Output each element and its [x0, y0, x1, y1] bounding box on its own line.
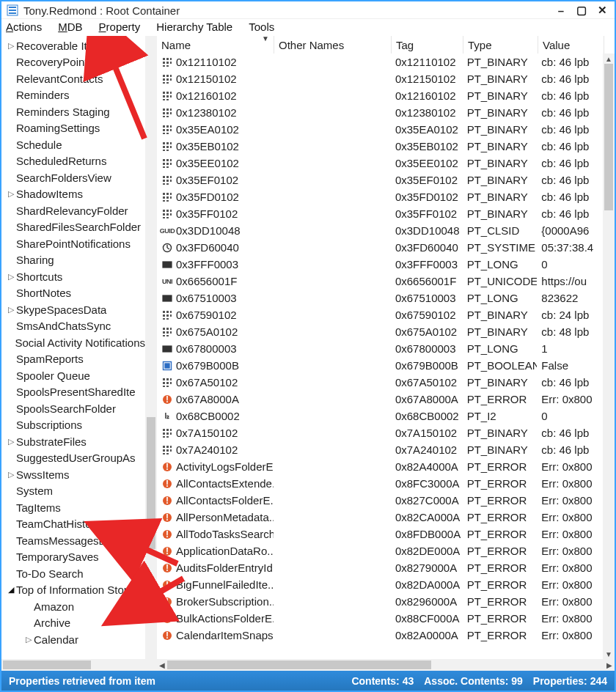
tree-horizontal-scrollbar[interactable]: [1, 659, 157, 671]
table-row[interactable]: 0x7A2401020x7A240102PT_BINARYcb: 46 lpb: [157, 441, 603, 458]
menu-property[interactable]: Property: [99, 21, 141, 33]
tree-item[interactable]: TagItems: [1, 499, 145, 516]
table-row[interactable]: !AllContactsExtende...0x8FC3000APT_ERROR…: [157, 475, 603, 492]
tree-item[interactable]: Archive: [1, 615, 145, 632]
list-horizontal-scrollbar[interactable]: ◀ ▶: [157, 659, 615, 671]
column-header-type[interactable]: Type: [463, 36, 538, 54]
table-row[interactable]: 0x67A501020x67A50102PT_BINARYcb: 46 lpb: [157, 374, 603, 391]
table-row[interactable]: 0x35EE01020x35EE0102PT_BINARYcb: 46 lpb: [157, 155, 603, 172]
tree-item[interactable]: ▷SwssItems: [1, 466, 145, 483]
table-row[interactable]: !AllContactsFolderE...0x827C000APT_ERROR…: [157, 492, 603, 509]
expand-icon[interactable]: ▷: [6, 437, 16, 446]
tree-item[interactable]: Amazon: [1, 598, 145, 615]
scroll-right-arrow-icon[interactable]: ▶: [604, 660, 615, 670]
tree-item[interactable]: TemporarySaves: [1, 549, 145, 566]
table-row[interactable]: 0x35EF01020x35EF0102PT_BINARYcb: 46 lpb: [157, 172, 603, 188]
table-row[interactable]: 0x121101020x12110102PT_BINARYcb: 46 lpb: [157, 54, 603, 70]
tree-vertical-scrollbar[interactable]: [145, 36, 157, 659]
table-row[interactable]: !ApplicationDataRo...0x82DE000APT_ERRORE…: [157, 542, 603, 559]
expand-icon[interactable]: ▷: [6, 272, 16, 281]
table-row[interactable]: !AllTodoTasksSearch...0x8FDB000APT_ERROR…: [157, 526, 603, 542]
expand-icon[interactable]: ▷: [6, 470, 16, 479]
table-row[interactable]: !0x67A8000A0x67A8000APT_ERRORErr: 0x800: [157, 391, 603, 408]
table-row[interactable]: 0x121601020x12160102PT_BINARYcb: 46 lpb: [157, 87, 603, 104]
column-header-other-names[interactable]: Other Names: [274, 36, 392, 54]
table-row[interactable]: 0x7A1501020x7A150102PT_BINARYcb: 46 lpb: [157, 424, 603, 441]
tree-item[interactable]: RoamingSettings: [1, 120, 145, 137]
tree-item[interactable]: ▷Recoverable Items: [1, 37, 145, 54]
scrollbar-thumb[interactable]: [167, 660, 431, 669]
tree-item[interactable]: ◢Top of Information Stor: [1, 582, 145, 599]
tree-item[interactable]: SearchFoldersView: [1, 169, 145, 186]
close-button[interactable]: ✕: [595, 4, 609, 17]
tree-item[interactable]: ▷SkypeSpacesData: [1, 301, 145, 318]
table-row[interactable]: 0x121501020x12150102PT_BINARYcb: 46 lpb: [157, 70, 603, 87]
scroll-left-arrow-icon[interactable]: ◀: [157, 660, 167, 670]
tree-item[interactable]: SpoolsSearchFolder: [1, 400, 145, 417]
tree-item[interactable]: ▷Shortcuts: [1, 268, 145, 285]
table-row[interactable]: 0x35EB01020x35EB0102PT_BINARYcb: 46 lpb: [157, 138, 603, 155]
tree-item[interactable]: SuggestedUserGroupAs: [1, 450, 145, 467]
menu-hierarchy-table[interactable]: Hierarchy Table: [156, 21, 232, 33]
tree-item[interactable]: System: [1, 483, 145, 500]
tree-item[interactable]: Reminders: [1, 87, 145, 104]
tree-item[interactable]: ShardRelevancyFolder: [1, 202, 145, 219]
tree-item[interactable]: ▷Calendar: [1, 631, 145, 648]
table-row[interactable]: 0x123801020x12380102PT_BINARYcb: 46 lpb: [157, 104, 603, 121]
tree-item[interactable]: TeamChatHistory: [1, 516, 145, 533]
expand-icon[interactable]: ▷: [6, 305, 16, 314]
table-row[interactable]: 0x675901020x67590102PT_BINARYcb: 24 lpb: [157, 306, 603, 323]
tree-item[interactable]: RelevantContacts: [1, 70, 145, 87]
list-vertical-scrollbar[interactable]: ▲ ▼: [603, 54, 615, 659]
table-row[interactable]: !BrokerSubscription...0x8296000APT_ERROR…: [157, 593, 603, 610]
table-row[interactable]: !AllPersonMetadata...0x82CA000APT_ERRORE…: [157, 509, 603, 526]
tree-item[interactable]: Schedule: [1, 136, 145, 153]
scroll-up-arrow-icon[interactable]: ▲: [604, 54, 614, 64]
property-list[interactable]: 0x121101020x12110102PT_BINARYcb: 46 lpb0…: [157, 54, 603, 659]
table-row[interactable]: !ActivityLogsFolderE...0x82A4000APT_ERRO…: [157, 458, 603, 475]
table-row[interactable]: 0x675100030x67510003PT_LONG823622: [157, 290, 603, 306]
table-row[interactable]: I₂0x68CB00020x68CB0002PT_I20: [157, 408, 603, 424]
expand-icon[interactable]: ▷: [23, 635, 34, 644]
expand-icon[interactable]: ▷: [6, 41, 16, 51]
tree-item[interactable]: ▷ShadowItems: [1, 186, 145, 203]
table-row[interactable]: GUID0x3DD100480x3DD10048PT_CLSID{0000A96: [157, 222, 603, 239]
tree-item[interactable]: SharePointNotifications: [1, 235, 145, 252]
tree-item[interactable]: Reminders Staging: [1, 103, 145, 120]
table-row[interactable]: 0x679B000B0x679B000BPT_BOOLEANFalse: [157, 357, 603, 374]
tree-item[interactable]: RecoveryPoints: [1, 54, 145, 71]
table-row[interactable]: 0x35FF01020x35FF0102PT_BINARYcb: 46 lpb: [157, 205, 603, 222]
tree-item[interactable]: ShortNotes: [1, 285, 145, 302]
scroll-down-arrow-icon[interactable]: ▼: [604, 649, 614, 659]
table-row[interactable]: 0x35FD01020x35FD0102PT_BINARYcb: 46 lpb: [157, 188, 603, 205]
column-header-tag[interactable]: Tag: [392, 36, 463, 54]
tree-item[interactable]: Social Activity Notifications: [1, 334, 145, 351]
table-row[interactable]: 0x3FFF00030x3FFF0003PT_LONG0: [157, 256, 603, 273]
minimize-button[interactable]: –: [554, 4, 568, 17]
tree-item[interactable]: Spooler Queue: [1, 367, 145, 384]
menu-tools[interactable]: Tools: [249, 21, 274, 33]
menu-actions[interactable]: Actions: [6, 21, 42, 33]
table-row[interactable]: 0x3FD600400x3FD60040PT_SYSTIME05:37:38.4: [157, 239, 603, 256]
table-row[interactable]: !AuditsFolderEntryId0x8279000APT_ERROREr…: [157, 559, 603, 576]
collapse-icon[interactable]: ◢: [6, 585, 16, 595]
table-row[interactable]: 0x35EA01020x35EA0102PT_BINARYcb: 46 lpb: [157, 121, 603, 138]
scrollbar-thumb[interactable]: [147, 417, 155, 549]
table-row[interactable]: 0x675A01020x675A0102PT_BINARYcb: 48 lpb: [157, 323, 603, 340]
tree-item[interactable]: ▷SubstrateFiles: [1, 433, 145, 450]
scrollbar-thumb[interactable]: [604, 64, 613, 210]
tree-item[interactable]: Subscriptions: [1, 417, 145, 434]
folder-tree[interactable]: ▷Recoverable ItemsRecoveryPointsRelevant…: [1, 36, 145, 648]
table-row[interactable]: !CalendarItemSnaps0x82A0000APT_ERRORErr:…: [157, 627, 603, 644]
tree-item[interactable]: SpoolsPresentSharedIte: [1, 384, 145, 401]
tree-item[interactable]: SmsAndChatsSync: [1, 318, 145, 335]
maximize-button[interactable]: ▢: [575, 4, 588, 17]
table-row[interactable]: !BulkActionsFolderE...0x88CF000APT_ERROR…: [157, 610, 603, 627]
column-header-value[interactable]: Value: [538, 36, 604, 54]
tree-item[interactable]: ScheduledReturns: [1, 153, 145, 170]
table-row[interactable]: !BigFunnelFailedIte...0x82DA000APT_ERROR…: [157, 576, 603, 593]
menu-mdb[interactable]: MDB: [58, 21, 82, 33]
tree-item[interactable]: To-Do Search: [1, 565, 145, 582]
table-row[interactable]: 0x678000030x67800003PT_LONG1: [157, 340, 603, 357]
tree-item[interactable]: Sharing: [1, 252, 145, 269]
